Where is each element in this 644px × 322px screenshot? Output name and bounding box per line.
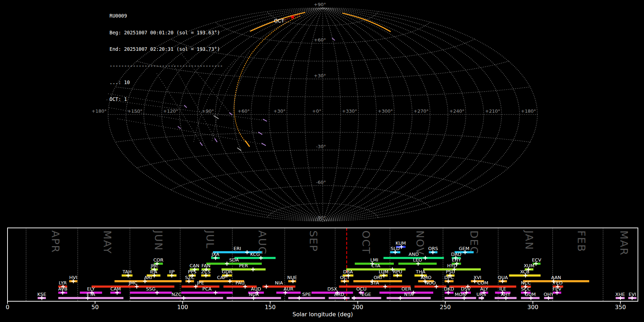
shower-code-label: GEM: [459, 246, 469, 251]
map-latitude-label: +60°: [314, 37, 326, 43]
map-grid-meridian: [323, 8, 484, 221]
shower-code-label: SSG: [146, 286, 156, 292]
shower-bar-KCG: [234, 257, 275, 259]
shower-code-label: PAU: [235, 280, 244, 286]
map-latitude-label: +30°: [314, 73, 326, 78]
shower-code-label: AAN: [551, 275, 561, 280]
shower-bar-DSX: [312, 292, 353, 294]
shower-bar-JPE: [182, 286, 220, 288]
shower-code-label: AMO: [421, 275, 431, 280]
shower-code-label: COR: [153, 257, 164, 263]
map-longitude-label: +270°: [414, 108, 429, 114]
shower-code-label: JPE: [196, 280, 204, 286]
map-longitude-label: +0°: [312, 108, 321, 114]
map-latitude-label: -30°: [316, 144, 326, 149]
x-axis-tick-label: 350: [615, 304, 626, 311]
month-label: DEC: [468, 230, 480, 254]
map-latitude-label: +90°: [314, 2, 326, 7]
sporadic-count-line: ...: 10: [109, 80, 223, 86]
shower-bar-EGE: [352, 297, 381, 299]
shower-code-label: NOO: [425, 280, 436, 286]
map-longitude-label: +240°: [449, 108, 464, 114]
shower-code-label: SPE: [302, 292, 311, 297]
shower-code-label: EHY: [452, 257, 461, 263]
x-axis-tick-label: 200: [352, 304, 364, 311]
shower-code-label: IEA: [150, 269, 157, 274]
map-latitude-label: -90°: [316, 215, 326, 220]
shower-code-label: CAP: [217, 275, 226, 280]
shower-bar-MON: [445, 297, 476, 299]
shower-code-label: CTA: [371, 263, 380, 268]
shower-code-label: STA: [371, 280, 379, 286]
shower-code-label: OCT: [340, 275, 350, 280]
shower-code-label: AUD: [251, 286, 261, 292]
meteor-segment: [214, 116, 219, 119]
map-longitude-label: +180°: [92, 108, 107, 114]
shower-bar-STA: [339, 286, 411, 288]
month-label: APR: [49, 230, 62, 253]
shower-code-label: NTA: [404, 292, 414, 297]
month-label: JUL: [204, 230, 216, 249]
shower-bar-JMC: [92, 286, 175, 288]
shower-code-label: OCU: [356, 286, 367, 292]
shower-meteor-segment: [245, 141, 249, 146]
shower-code-label: NZC: [171, 292, 181, 297]
shower-code-label: PSU: [446, 269, 455, 274]
shower-code-label: GUM: [525, 292, 536, 297]
shower-code-label: ARD: [334, 292, 344, 297]
month-label: OCT: [360, 230, 372, 254]
shower-code-label: URS: [477, 292, 486, 297]
shower-radiant-label: OCT: [274, 18, 284, 24]
x-axis-tick-label: 0: [6, 304, 9, 311]
meteor-tick: [258, 132, 262, 135]
shower-bar-SSG: [130, 292, 172, 294]
observation-info-panel: RU0009 Beg: 20251007 00:01:20 (sol = 193…: [109, 2, 223, 113]
month-label: MAR: [618, 230, 630, 256]
shower-bar-SDA: [206, 263, 262, 265]
x-axis-tick-label: 250: [440, 304, 451, 311]
shower-count-line: OCT: 1: [109, 97, 223, 102]
shower-code-label: DSX: [327, 286, 337, 292]
shower-code-label: KUM: [396, 240, 406, 246]
shower-code-label: CAM: [111, 286, 121, 292]
meteor-tick: [215, 138, 217, 142]
shower-code-label: ECV: [532, 257, 541, 263]
x-axis-tick-label: 100: [177, 304, 188, 311]
shower-bar-PCA: [181, 292, 233, 294]
map-grid-meridian: [323, 8, 448, 221]
month-label: FEB: [575, 230, 587, 252]
map-longitude-label: +60°: [238, 108, 250, 114]
shower-bar-NOO: [415, 286, 447, 288]
shower-code-label: HYD: [447, 263, 457, 268]
map-longitude-label: +330°: [342, 108, 357, 114]
x-axis-title: Solar longitude (deg): [293, 311, 353, 318]
begin-time-line: Beg: 20251007 00:01:20 (sol = 193.63°): [109, 30, 223, 36]
shower-bar-NTA: [387, 297, 431, 299]
month-label: SEP: [307, 230, 319, 252]
figure-canvas: RU0009 Beg: 20251007 00:01:20 (sol = 193…: [0, 0, 644, 322]
sporadic-trail: [117, 119, 263, 144]
station-id: RU0009: [109, 13, 223, 19]
map-longitude-label: +180°: [521, 108, 536, 114]
shower-code-label: XUM: [524, 263, 535, 268]
shower-bar-ARI: [114, 280, 182, 282]
separator-line: ---------------------------------------: [109, 63, 223, 69]
shower-code-label: DPC: [444, 275, 454, 280]
map-longitude-label: +300°: [378, 108, 393, 114]
map-longitude-label: +210°: [485, 108, 500, 114]
shower-code-label: DKD: [444, 286, 454, 292]
end-time-line: End: 20251007 02:20:31 (sol = 193.73°): [109, 47, 223, 52]
map-grid-parallel: [215, 186, 430, 207]
shower-code-label: ORI: [374, 275, 382, 280]
shower-code-label: NUE: [287, 275, 297, 280]
shower-code-label: EGE: [362, 292, 371, 297]
meteor-segment: [237, 148, 241, 151]
shower-code-label: KCG: [250, 252, 260, 257]
shower-code-label: LMI: [370, 257, 378, 263]
meteor-tick: [262, 143, 266, 146]
shower-bar-SPE: [288, 297, 325, 299]
shower-code-label: OER: [401, 286, 411, 292]
month-label: JUN: [152, 230, 165, 251]
shower-code-label: NIA: [275, 280, 283, 286]
shower-code-label: AND: [409, 252, 419, 257]
